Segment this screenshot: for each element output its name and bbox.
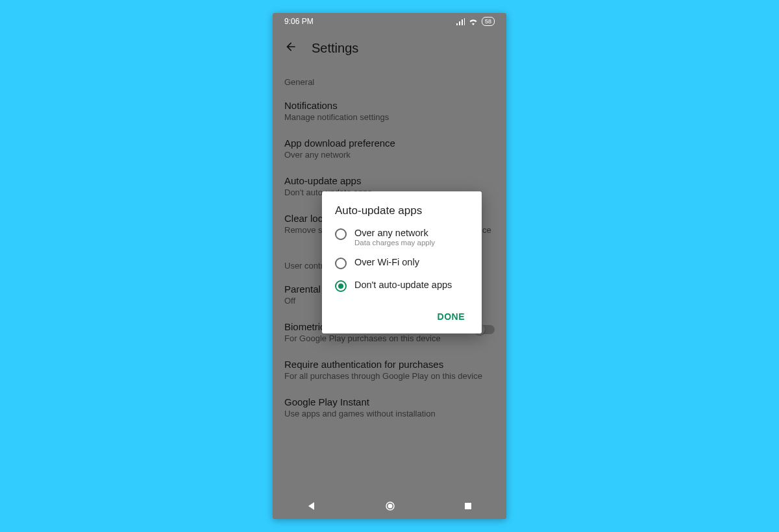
status-bar: 9:06 PM 58 xyxy=(273,13,506,30)
radio-label: Over Wi-Fi only xyxy=(354,257,419,267)
radio-icon xyxy=(335,258,347,269)
radio-icon xyxy=(335,280,347,292)
svg-rect-2 xyxy=(465,503,471,509)
nav-home-icon[interactable] xyxy=(385,501,395,511)
radio-icon xyxy=(335,228,347,240)
radio-sublabel: Data charges may apply xyxy=(354,239,435,247)
dialog-title: Auto-update apps xyxy=(335,204,469,217)
radio-label: Don't auto-update apps xyxy=(354,280,452,290)
phone-frame: 9:06 PM 58 Settings General Notification… xyxy=(273,13,506,519)
radio-label: Over any network xyxy=(354,228,435,238)
radio-option-dont-update[interactable]: Don't auto-update apps xyxy=(335,280,469,292)
nav-back-icon[interactable] xyxy=(307,502,316,511)
done-button[interactable]: DONE xyxy=(434,306,469,327)
svg-point-1 xyxy=(388,504,393,509)
status-time: 9:06 PM xyxy=(284,17,314,26)
auto-update-dialog: Auto-update apps Over any network Data c… xyxy=(322,191,482,333)
radio-option-wifi-only[interactable]: Over Wi-Fi only xyxy=(335,257,469,269)
battery-icon: 58 xyxy=(482,17,495,26)
nav-recent-icon[interactable] xyxy=(464,502,472,510)
signal-icon xyxy=(456,17,465,26)
radio-option-any-network[interactable]: Over any network Data charges may apply xyxy=(335,228,469,247)
system-nav-bar xyxy=(273,493,506,519)
wifi-icon xyxy=(469,17,478,26)
